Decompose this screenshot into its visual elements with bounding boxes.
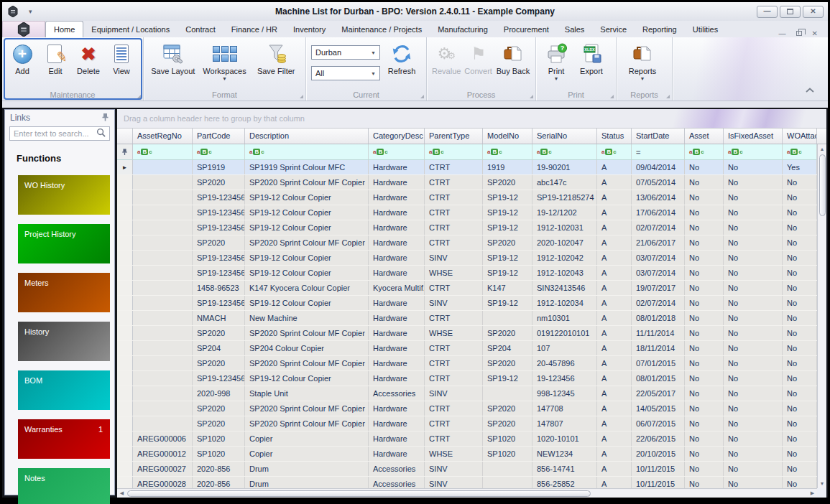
cell[interactable]: Drum xyxy=(245,462,369,476)
tile-bom[interactable]: BOM xyxy=(18,370,110,410)
tab-contract[interactable]: Contract xyxy=(177,22,223,37)
cell[interactable] xyxy=(133,356,193,370)
cell[interactable]: nm10301 xyxy=(532,311,597,325)
cell[interactable]: Hardware xyxy=(369,190,425,205)
cell[interactable]: No xyxy=(724,281,783,295)
table-row[interactable]: 1458-96523K147 Kyocera Colour CopierKyoc… xyxy=(117,281,817,296)
table-row[interactable]: SP19-123456SP19-12 Colour CopierHardware… xyxy=(117,296,817,311)
cell[interactable]: 20-457896 xyxy=(532,356,597,370)
cell[interactable]: 856-25852 xyxy=(532,477,597,488)
cell[interactable]: No xyxy=(685,190,724,205)
cell[interactable]: 03/07/2014 xyxy=(632,266,685,280)
filter-cell-description[interactable]: aBc xyxy=(245,144,369,159)
cell[interactable]: A xyxy=(597,447,632,461)
cell[interactable]: 2020-998 xyxy=(193,386,245,401)
cell[interactable]: No xyxy=(724,477,783,488)
filter-cell-asset[interactable]: aBc xyxy=(685,144,724,159)
cell[interactable]: SP1919 xyxy=(193,160,245,174)
cell[interactable]: SP19-12 Colour Copier xyxy=(245,266,369,280)
cell[interactable]: No xyxy=(724,235,783,250)
cell[interactable]: abc147c xyxy=(532,175,597,190)
cell[interactable]: No xyxy=(783,220,817,235)
cell[interactable]: SP19-12 xyxy=(483,205,532,220)
cell[interactable]: Staple Unit xyxy=(245,386,369,401)
cell[interactable]: Hardware xyxy=(369,371,425,386)
cell[interactable]: No xyxy=(685,296,724,310)
cell[interactable] xyxy=(133,296,193,310)
table-row[interactable]: SP2020SP2020 Sprint Colour MF CopierHard… xyxy=(117,416,817,431)
cell[interactable] xyxy=(133,251,193,265)
cell[interactable]: No xyxy=(783,431,817,446)
cell[interactable]: A xyxy=(597,416,632,431)
horizontal-scrollbar[interactable]: ◀ ▶ xyxy=(117,488,817,498)
filter-cell-categorydesc[interactable]: aBc xyxy=(369,144,425,159)
cell[interactable] xyxy=(133,371,193,386)
column-header-isfixedasset[interactable]: IsFixedAsset xyxy=(724,129,783,144)
filter-cell-woattachme[interactable]: aBc xyxy=(783,144,817,159)
cell[interactable]: SP19-123456 xyxy=(193,205,245,220)
save-filter-button[interactable]: Save Filter xyxy=(250,39,302,75)
cell[interactable]: No xyxy=(724,447,783,461)
pin-icon[interactable] xyxy=(101,113,109,123)
export-button[interactable]: XLSX Export xyxy=(573,39,610,75)
cell[interactable]: CTRT xyxy=(425,175,483,190)
reports-button[interactable]: Reports ▼ xyxy=(620,39,665,81)
cell[interactable]: No xyxy=(685,356,724,370)
cell[interactable]: Hardware xyxy=(369,326,425,340)
tab-reporting[interactable]: Reporting xyxy=(635,22,685,37)
mdi-minimize-button[interactable]: — xyxy=(779,29,786,37)
cell[interactable]: No xyxy=(724,326,783,340)
cell[interactable]: CTRT xyxy=(425,416,483,431)
cell[interactable]: A xyxy=(597,356,632,370)
cell[interactable]: SP19-12 xyxy=(483,296,532,310)
cell[interactable]: SP2020 Sprint Colour MF Copier xyxy=(245,401,369,416)
cell[interactable]: No xyxy=(724,311,783,325)
cell[interactable]: Accessories xyxy=(369,462,425,476)
cell[interactable]: No xyxy=(783,477,817,488)
table-row[interactable]: AREG0000272020-856DrumAccessoriesSINV856… xyxy=(117,462,817,477)
cell[interactable]: Hardware xyxy=(369,205,425,220)
cell[interactable]: SINV xyxy=(425,251,483,265)
cell[interactable] xyxy=(133,386,193,401)
save-layout-button[interactable]: Save Layout xyxy=(147,39,199,75)
cell[interactable]: CTRT xyxy=(425,220,483,235)
cell[interactable]: CTRT xyxy=(425,281,483,295)
cell[interactable]: No xyxy=(685,431,724,446)
cell[interactable]: A xyxy=(597,341,632,355)
cell[interactable]: CTRT xyxy=(425,160,483,174)
cell[interactable]: 107 xyxy=(532,341,597,355)
cell[interactable]: CTRT xyxy=(425,311,483,325)
tile-meters[interactable]: Meters xyxy=(18,273,110,312)
cell[interactable]: 07/01/2015 xyxy=(632,356,685,370)
cell[interactable]: 19-90201 xyxy=(532,160,597,174)
cell[interactable] xyxy=(133,235,193,250)
cell[interactable]: No xyxy=(724,160,783,174)
cell[interactable]: 2020-102047 xyxy=(532,235,597,250)
application-button[interactable] xyxy=(2,21,45,37)
cell[interactable]: Accessories xyxy=(369,386,425,401)
table-row[interactable]: ►SP1919SP1919 Sprint Colour MFCHardwareC… xyxy=(117,160,817,175)
cell[interactable]: SINV xyxy=(425,462,483,476)
cell[interactable]: SP19-12 Colour Copier xyxy=(245,205,369,220)
cell[interactable]: No xyxy=(783,401,817,416)
cell[interactable]: CTRT xyxy=(425,371,483,386)
cell[interactable]: SP19-12185274 xyxy=(532,190,597,205)
cell[interactable]: No xyxy=(685,447,724,461)
cell[interactable]: SP19-12 Colour Copier xyxy=(245,251,369,265)
cell[interactable]: SP19-12 xyxy=(483,190,532,205)
filter-cell-modelno[interactable]: aBc xyxy=(483,144,532,159)
cell[interactable]: SP2020 xyxy=(193,326,245,340)
cell[interactable]: No xyxy=(783,235,817,250)
cell[interactable]: SP19-12 Colour Copier xyxy=(245,190,369,205)
cell[interactable] xyxy=(133,311,193,325)
cell[interactable]: SP1020 xyxy=(483,431,532,446)
cell[interactable]: 1912-102034 xyxy=(532,296,597,310)
cell[interactable]: SP19-123456 xyxy=(193,296,245,310)
cell[interactable]: Yes xyxy=(783,160,817,174)
column-header-assetregno[interactable]: AssetRegNo xyxy=(133,129,193,144)
cell[interactable]: 17/06/2014 xyxy=(632,205,685,220)
table-row[interactable]: SP204SP204 Colour CopierHardwareCTRTSP20… xyxy=(117,341,817,356)
cell[interactable]: SP2020 Sprint Colour MF Copier xyxy=(245,235,369,250)
cell[interactable]: No xyxy=(783,341,817,355)
cell[interactable] xyxy=(133,401,193,416)
